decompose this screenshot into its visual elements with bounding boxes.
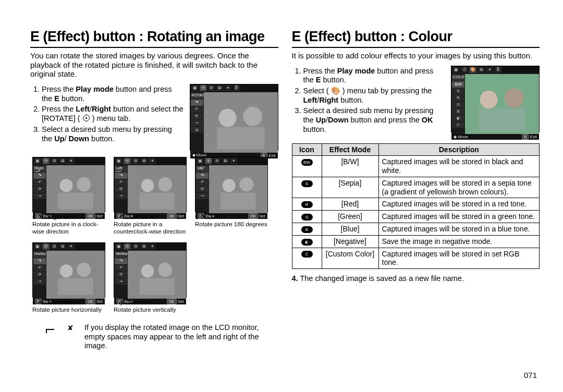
tab-icon: ✿ [59, 243, 66, 250]
steps-list-colour: Press the Play mode button and press the… [292, 67, 446, 136]
hint-set: OK Set [85, 213, 103, 219]
tab-icon-selected: 🖸 [124, 158, 131, 164]
side-icon: ↶ [33, 265, 46, 271]
side-icon: ➙ [115, 278, 127, 285]
thumbnail: ▣🖸⊞✿✦180˚↷↶⟳➙E BackOK Set< ⟳ : 180˚>:Rot… [195, 157, 269, 235]
side-icon: ⟳ [115, 186, 127, 192]
tab-icon: ▣ [115, 158, 123, 164]
photo-placeholder-icon [46, 251, 105, 299]
tab-icon: ≣ [233, 85, 240, 91]
cell-desc: Captured images will be stored in a blue… [378, 223, 540, 236]
note-text: If you display the rotated image on the … [84, 323, 278, 351]
tab-icon: ▣ [34, 158, 41, 164]
tab-icon: ⊞ [208, 85, 215, 91]
svg-point-22 [158, 263, 172, 277]
svg-rect-15 [221, 193, 255, 210]
tab-icon: ▣ [197, 158, 204, 164]
photo-placeholder-icon [46, 165, 105, 213]
thumbnail: ▣🖸⊞✿✦Vertical↷↶⟳➙E BackOK Set< ψ : Verti… [114, 242, 188, 314]
lcd-thumb: ▣🖸⊞✿✦180˚↷↶⟳➙E BackOK Set [195, 157, 268, 212]
photo-placeholder-icon [128, 251, 186, 299]
post-step-text: The changed image is saved as a new file… [300, 274, 463, 283]
lcd-topbar: ▣🖸⊞✿✦ [114, 243, 186, 251]
submenu-title: Horizontal [33, 251, 46, 258]
section-title-colour: E (Effect) button : Colour [292, 29, 540, 48]
lcd-side-menu: Horizontal↷↶⟳➙ [33, 251, 46, 299]
tab-icon: ✿ [216, 85, 224, 91]
photo-placeholder-icon [465, 74, 539, 134]
svg-point-13 [223, 179, 236, 192]
cell-mode: [B/W] [322, 156, 378, 177]
tab-icon-selected: 🖸 [200, 85, 207, 91]
tab-icon: ✿ [478, 67, 485, 73]
lead-text-rotate: You can rotate the stored images by vari… [30, 51, 278, 79]
side-icon: ↷ [196, 173, 209, 179]
lcd-thumb: ▣🖸⊞✿✦Horizontal↷↶⟳➙E BackOK Set [32, 242, 105, 298]
note: ✘ If you display the rotated image on th… [30, 323, 278, 351]
hint-set: OK Set [248, 213, 265, 219]
side-icon: ⟳ [196, 186, 209, 192]
submenu-title: Vertical [115, 251, 127, 258]
key-ok-icon: OK [85, 213, 95, 219]
steps-list-rotate: Press the Play mode button and press the… [30, 85, 185, 145]
cell-mode: [Blue] [322, 223, 378, 236]
thumbnail: ▣🖸⊞✿✦Left 90˚↷↶⟳➙E BackOK Set< ↶ : Left … [114, 157, 188, 235]
lcd-thumb: ▣🖸⊞✿✦Vertical↷↶⟳➙E BackOK Set [114, 242, 187, 298]
tab-icon-selected: 🖸 [205, 158, 212, 164]
photo-placeholder-icon [209, 165, 267, 213]
side-icon: ↶ [33, 179, 46, 186]
cell-desc: Captured images will be stored in set RG… [378, 248, 540, 269]
tab-icon: ✦ [486, 67, 493, 73]
tab-icon: ✿ [59, 158, 66, 164]
menu-label: ROTATE [191, 93, 203, 99]
photo-placeholder-icon [204, 92, 278, 153]
lcd-thumb: ▣🖸⊞✿✦Left 90˚↷↶⟳➙E BackOK Set [114, 157, 187, 212]
cell-mode: [Negative] [322, 235, 378, 248]
lcd-bottom-bar: ◆ Move E Exit [451, 134, 539, 140]
key-ok-icon: OK [167, 213, 177, 219]
step-1: Press the Play mode button and press the… [303, 67, 446, 85]
lcd-photo [46, 165, 105, 213]
right-column: E (Effect) button : Colour It is possibl… [292, 29, 540, 351]
tab-icon: ✦ [230, 158, 237, 164]
svg-point-25 [480, 90, 497, 108]
tab-icon: ✦ [149, 243, 156, 250]
palette-icon: 🎨 [469, 67, 476, 73]
effect-icon: R [301, 201, 313, 208]
lcd-photo [128, 251, 186, 299]
menu-label: COLOR [452, 75, 464, 81]
svg-point-1 [218, 109, 236, 127]
cell-desc: Captured images will be stored in a red … [378, 198, 540, 211]
tab-icon: ⊞ [51, 158, 58, 164]
lcd-topbar: ▣🖸⊞✿✦ [114, 157, 186, 165]
side-icon: ↷ [115, 173, 127, 179]
effects-table: Icon Effect Mode Description BW[B/W]Capt… [292, 143, 540, 270]
table-row: S[Sepia]Captured images will be stored i… [292, 177, 540, 198]
sepia-icon: S [452, 88, 464, 94]
lcd-preview-rotate: ▣ 🖸 ⊞ ✿ ✦ ≣ ROTATE ↷ ↶ ⟳ ➙ [190, 84, 278, 151]
tab-icon: ⊞ [132, 158, 139, 164]
green-icon: G [452, 102, 464, 108]
tab-icon: ✦ [67, 158, 75, 164]
tab-icon: ✿ [140, 158, 148, 164]
side-icon: ➙ [115, 193, 127, 199]
side-icon: ⟳ [115, 272, 127, 278]
side-icon: ↶ [115, 265, 127, 271]
cell-icon: C [292, 248, 322, 269]
tab-icon: ✦ [67, 243, 75, 250]
side-icon: ➙ [33, 193, 46, 199]
step-3: Select a desired sub menu by pressing th… [303, 106, 446, 134]
submenu-title: Right 90˚ [33, 166, 46, 172]
svg-point-2 [243, 107, 262, 127]
red-icon: R [452, 95, 464, 101]
svg-point-10 [158, 177, 172, 191]
submenu-title: Left 90˚ [115, 166, 127, 172]
cell-icon: G [292, 211, 322, 223]
svg-point-14 [239, 177, 253, 191]
tab-icon: ▣ [34, 243, 41, 250]
side-icon: ↷ [115, 258, 127, 264]
cell-icon: ◐ [292, 235, 322, 248]
lcd-topbar: ▣🖸⊞✿✦ [195, 157, 267, 165]
manual-page: E (Effect) button : Rotating an image Yo… [0, 0, 563, 392]
rotate-left-icon: ↶ [191, 106, 203, 113]
